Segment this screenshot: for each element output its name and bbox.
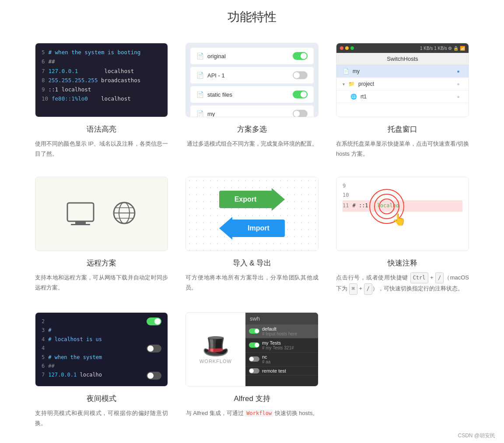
svg-rect-2 bbox=[71, 224, 90, 225]
feature-desc-syntax: 使用不同的颜色显示 IP、域名以及注释，各类信息一目了然。 bbox=[35, 139, 168, 159]
feature-image-comment: 9 10 11# ::1localho 👆 bbox=[336, 177, 469, 251]
feature-alfred: 🎩 WORKFLOW swh default # Input hosts her… bbox=[186, 312, 318, 429]
feature-image-syntax: 5# when the system is booting 6## 7127.0… bbox=[35, 43, 168, 117]
svg-rect-0 bbox=[67, 203, 94, 221]
feature-desc-multiselect: 通过多选模式组合不同方案，完成复杂环境的配置。 bbox=[187, 139, 318, 149]
feature-title-comment: 快速注释 bbox=[388, 258, 417, 268]
feature-image-export: Export Import bbox=[186, 177, 318, 251]
feature-desc-night: 支持明亮模式和夜间模式，可根据你的偏好随意切换。 bbox=[35, 408, 168, 429]
feature-image-night: 2 3# 4# localhost is us 4 bbox=[35, 312, 168, 387]
feature-image-tray: 1 KB/s 1 KB/s ⚙ 🔒 📶 SwitchHosts 📄 my ● ▾… bbox=[336, 43, 469, 117]
page-title: 功能特性 bbox=[35, 9, 469, 25]
feature-desc-remote: 支持本地和远程方案，可从网络下载并自动定时同步远程方案。 bbox=[35, 272, 168, 293]
feature-title-multiselect: 方案多选 bbox=[237, 124, 267, 134]
feature-image-multiselect: 📄 original 📄 API - 1 📄 static files bbox=[186, 43, 318, 117]
feature-title-syntax: 语法高亮 bbox=[87, 124, 116, 134]
feature-export: Export Import 导入 & 导出 可方便地将本地所有方案导出，分享给团… bbox=[186, 177, 318, 295]
feature-tray: 1 KB/s 1 KB/s ⚙ 🔒 📶 SwitchHosts 📄 my ● ▾… bbox=[336, 43, 469, 159]
svg-rect-1 bbox=[75, 221, 86, 224]
feature-image-remote bbox=[35, 177, 168, 251]
feature-multiselect: 📄 original 📄 API - 1 📄 static files bbox=[186, 43, 318, 159]
feature-title-alfred: Alfred 支持 bbox=[234, 394, 270, 404]
monitor-icon bbox=[66, 202, 94, 226]
feature-night: 2 3# 4# localhost is us 4 bbox=[35, 312, 168, 429]
feature-remote: 远程方案 支持本地和远程方案，可从网络下载并自动定时同步远程方案。 bbox=[35, 177, 168, 295]
feature-syntax: 5# when the system is booting 6## 7127.0… bbox=[35, 43, 168, 159]
page-container: 功能特性 5# when the system is booting 6## 7… bbox=[0, 0, 504, 443]
feature-desc-comment: 点击行号，或者使用快捷键 Ctrl + /（macOS 下为 ⌘ + /），可快… bbox=[336, 272, 469, 295]
feature-title-remote: 远程方案 bbox=[87, 258, 116, 268]
globe-icon bbox=[112, 201, 136, 227]
bottom-note: CSDN @胡安民 bbox=[458, 432, 495, 440]
alfred-hat-icon: 🎩 bbox=[202, 335, 229, 357]
feature-title-export: 导入 & 导出 bbox=[233, 258, 272, 268]
feature-title-tray: 托盘窗口 bbox=[388, 124, 417, 134]
feature-title-night: 夜间模式 bbox=[87, 394, 116, 404]
features-grid: 5# when the system is booting 6## 7127.0… bbox=[35, 43, 469, 429]
feature-image-alfred: 🎩 WORKFLOW swh default # Input hosts her… bbox=[186, 312, 318, 387]
feature-desc-export: 可方便地将本地所有方案导出，分享给团队其他成员。 bbox=[186, 272, 318, 293]
feature-desc-alfred: 与 Alfred 集成，可通过 Workflow 快速切换 hosts。 bbox=[186, 408, 318, 419]
feature-comment: 9 10 11# ::1localho 👆 bbox=[336, 177, 469, 295]
feature-desc-tray: 在系统托盘菜单显示快捷菜单，点击可快速查看/切换 hosts 方案。 bbox=[336, 139, 469, 159]
